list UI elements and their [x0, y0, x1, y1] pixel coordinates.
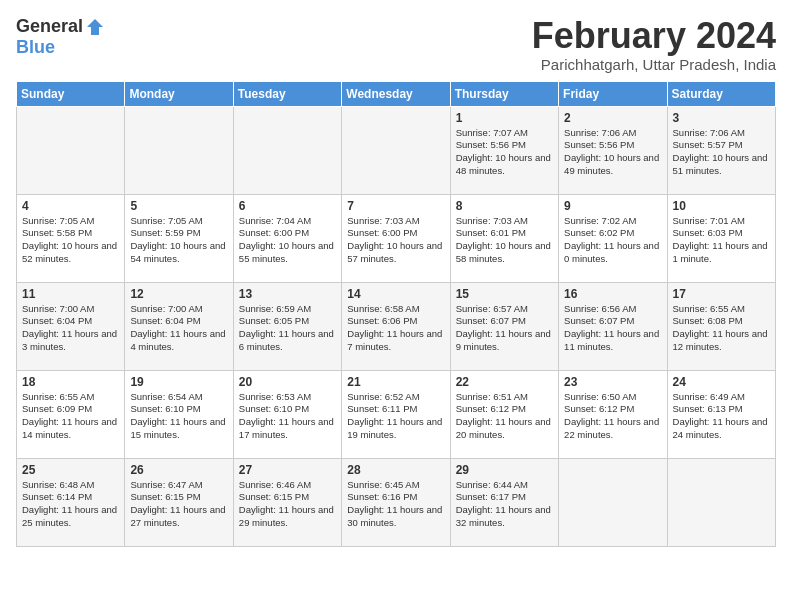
cell-info: Sunrise: 7:06 AM Sunset: 5:57 PM Dayligh…	[673, 127, 770, 178]
day-number: 2	[564, 111, 661, 125]
calendar-cell: 25Sunrise: 6:48 AM Sunset: 6:14 PM Dayli…	[17, 458, 125, 546]
cell-info: Sunrise: 6:58 AM Sunset: 6:06 PM Dayligh…	[347, 303, 444, 354]
cell-info: Sunrise: 6:56 AM Sunset: 6:07 PM Dayligh…	[564, 303, 661, 354]
calendar-cell: 27Sunrise: 6:46 AM Sunset: 6:15 PM Dayli…	[233, 458, 341, 546]
cell-info: Sunrise: 6:48 AM Sunset: 6:14 PM Dayligh…	[22, 479, 119, 530]
calendar-cell	[342, 106, 450, 194]
logo: General Blue	[16, 16, 105, 58]
cell-info: Sunrise: 7:03 AM Sunset: 6:00 PM Dayligh…	[347, 215, 444, 266]
calendar-cell: 14Sunrise: 6:58 AM Sunset: 6:06 PM Dayli…	[342, 282, 450, 370]
location-title: Parichhatgarh, Uttar Pradesh, India	[532, 56, 776, 73]
day-number: 19	[130, 375, 227, 389]
day-number: 1	[456, 111, 553, 125]
cell-info: Sunrise: 7:01 AM Sunset: 6:03 PM Dayligh…	[673, 215, 770, 266]
calendar-cell: 15Sunrise: 6:57 AM Sunset: 6:07 PM Dayli…	[450, 282, 558, 370]
cell-info: Sunrise: 6:53 AM Sunset: 6:10 PM Dayligh…	[239, 391, 336, 442]
calendar-cell: 17Sunrise: 6:55 AM Sunset: 6:08 PM Dayli…	[667, 282, 775, 370]
day-number: 4	[22, 199, 119, 213]
logo-general-text: General	[16, 16, 83, 37]
day-number: 16	[564, 287, 661, 301]
day-number: 23	[564, 375, 661, 389]
calendar-cell: 4Sunrise: 7:05 AM Sunset: 5:58 PM Daylig…	[17, 194, 125, 282]
day-number: 25	[22, 463, 119, 477]
calendar-cell: 12Sunrise: 7:00 AM Sunset: 6:04 PM Dayli…	[125, 282, 233, 370]
day-number: 24	[673, 375, 770, 389]
day-number: 5	[130, 199, 227, 213]
calendar-cell	[233, 106, 341, 194]
calendar-cell	[125, 106, 233, 194]
cell-info: Sunrise: 7:04 AM Sunset: 6:00 PM Dayligh…	[239, 215, 336, 266]
calendar-cell: 24Sunrise: 6:49 AM Sunset: 6:13 PM Dayli…	[667, 370, 775, 458]
cell-info: Sunrise: 7:07 AM Sunset: 5:56 PM Dayligh…	[456, 127, 553, 178]
cell-info: Sunrise: 6:55 AM Sunset: 6:09 PM Dayligh…	[22, 391, 119, 442]
day-number: 17	[673, 287, 770, 301]
day-number: 6	[239, 199, 336, 213]
header-friday: Friday	[559, 81, 667, 106]
calendar-cell: 16Sunrise: 6:56 AM Sunset: 6:07 PM Dayli…	[559, 282, 667, 370]
cell-info: Sunrise: 7:02 AM Sunset: 6:02 PM Dayligh…	[564, 215, 661, 266]
day-number: 22	[456, 375, 553, 389]
calendar-cell	[667, 458, 775, 546]
header-sunday: Sunday	[17, 81, 125, 106]
cell-info: Sunrise: 6:51 AM Sunset: 6:12 PM Dayligh…	[456, 391, 553, 442]
header-tuesday: Tuesday	[233, 81, 341, 106]
header-wednesday: Wednesday	[342, 81, 450, 106]
calendar-cell: 9Sunrise: 7:02 AM Sunset: 6:02 PM Daylig…	[559, 194, 667, 282]
calendar-cell: 13Sunrise: 6:59 AM Sunset: 6:05 PM Dayli…	[233, 282, 341, 370]
calendar-cell: 28Sunrise: 6:45 AM Sunset: 6:16 PM Dayli…	[342, 458, 450, 546]
calendar-cell	[17, 106, 125, 194]
calendar-cell: 3Sunrise: 7:06 AM Sunset: 5:57 PM Daylig…	[667, 106, 775, 194]
day-number: 20	[239, 375, 336, 389]
cell-info: Sunrise: 6:57 AM Sunset: 6:07 PM Dayligh…	[456, 303, 553, 354]
day-number: 18	[22, 375, 119, 389]
day-number: 3	[673, 111, 770, 125]
day-number: 10	[673, 199, 770, 213]
header-monday: Monday	[125, 81, 233, 106]
calendar-cell: 18Sunrise: 6:55 AM Sunset: 6:09 PM Dayli…	[17, 370, 125, 458]
day-number: 26	[130, 463, 227, 477]
cell-info: Sunrise: 7:00 AM Sunset: 6:04 PM Dayligh…	[22, 303, 119, 354]
calendar-cell: 7Sunrise: 7:03 AM Sunset: 6:00 PM Daylig…	[342, 194, 450, 282]
calendar-table: SundayMondayTuesdayWednesdayThursdayFrid…	[16, 81, 776, 547]
week-row-0: 1Sunrise: 7:07 AM Sunset: 5:56 PM Daylig…	[17, 106, 776, 194]
svg-marker-0	[87, 19, 103, 35]
calendar-cell: 29Sunrise: 6:44 AM Sunset: 6:17 PM Dayli…	[450, 458, 558, 546]
calendar-cell: 26Sunrise: 6:47 AM Sunset: 6:15 PM Dayli…	[125, 458, 233, 546]
cell-info: Sunrise: 6:50 AM Sunset: 6:12 PM Dayligh…	[564, 391, 661, 442]
cell-info: Sunrise: 6:49 AM Sunset: 6:13 PM Dayligh…	[673, 391, 770, 442]
day-number: 9	[564, 199, 661, 213]
week-row-2: 11Sunrise: 7:00 AM Sunset: 6:04 PM Dayli…	[17, 282, 776, 370]
week-row-3: 18Sunrise: 6:55 AM Sunset: 6:09 PM Dayli…	[17, 370, 776, 458]
cell-info: Sunrise: 6:44 AM Sunset: 6:17 PM Dayligh…	[456, 479, 553, 530]
calendar-cell: 1Sunrise: 7:07 AM Sunset: 5:56 PM Daylig…	[450, 106, 558, 194]
header-thursday: Thursday	[450, 81, 558, 106]
month-title: February 2024	[532, 16, 776, 56]
cell-info: Sunrise: 6:59 AM Sunset: 6:05 PM Dayligh…	[239, 303, 336, 354]
title-block: February 2024 Parichhatgarh, Uttar Prade…	[532, 16, 776, 73]
week-row-4: 25Sunrise: 6:48 AM Sunset: 6:14 PM Dayli…	[17, 458, 776, 546]
calendar-cell: 21Sunrise: 6:52 AM Sunset: 6:11 PM Dayli…	[342, 370, 450, 458]
cell-info: Sunrise: 7:06 AM Sunset: 5:56 PM Dayligh…	[564, 127, 661, 178]
calendar-cell: 22Sunrise: 6:51 AM Sunset: 6:12 PM Dayli…	[450, 370, 558, 458]
cell-info: Sunrise: 6:47 AM Sunset: 6:15 PM Dayligh…	[130, 479, 227, 530]
calendar-cell: 8Sunrise: 7:03 AM Sunset: 6:01 PM Daylig…	[450, 194, 558, 282]
day-number: 15	[456, 287, 553, 301]
cell-info: Sunrise: 7:03 AM Sunset: 6:01 PM Dayligh…	[456, 215, 553, 266]
day-number: 21	[347, 375, 444, 389]
header-saturday: Saturday	[667, 81, 775, 106]
week-row-1: 4Sunrise: 7:05 AM Sunset: 5:58 PM Daylig…	[17, 194, 776, 282]
calendar-cell: 2Sunrise: 7:06 AM Sunset: 5:56 PM Daylig…	[559, 106, 667, 194]
calendar-cell	[559, 458, 667, 546]
cell-info: Sunrise: 6:45 AM Sunset: 6:16 PM Dayligh…	[347, 479, 444, 530]
cell-info: Sunrise: 6:46 AM Sunset: 6:15 PM Dayligh…	[239, 479, 336, 530]
day-number: 28	[347, 463, 444, 477]
calendar-cell: 20Sunrise: 6:53 AM Sunset: 6:10 PM Dayli…	[233, 370, 341, 458]
logo-icon	[85, 17, 105, 37]
calendar-cell: 6Sunrise: 7:04 AM Sunset: 6:00 PM Daylig…	[233, 194, 341, 282]
day-number: 14	[347, 287, 444, 301]
day-number: 27	[239, 463, 336, 477]
day-number: 29	[456, 463, 553, 477]
calendar-cell: 10Sunrise: 7:01 AM Sunset: 6:03 PM Dayli…	[667, 194, 775, 282]
cell-info: Sunrise: 6:52 AM Sunset: 6:11 PM Dayligh…	[347, 391, 444, 442]
day-number: 11	[22, 287, 119, 301]
